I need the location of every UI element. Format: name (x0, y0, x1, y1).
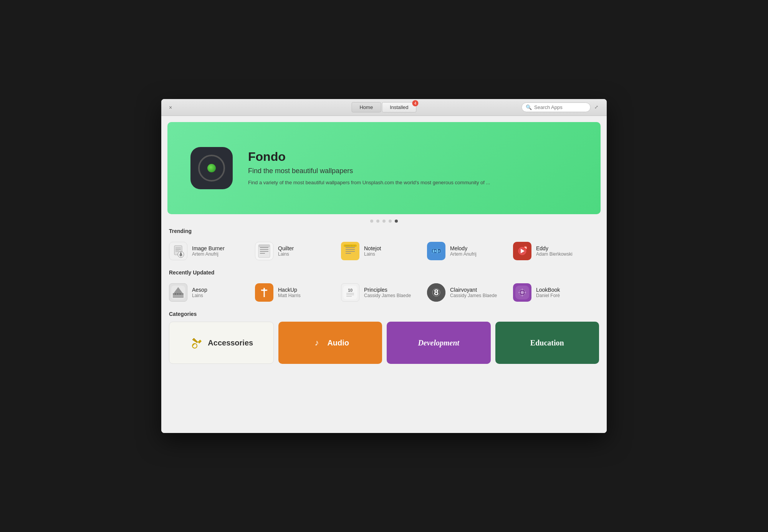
close-button[interactable]: × (167, 104, 174, 111)
app-info: LookBook Daniel Foré (536, 287, 560, 298)
list-item[interactable]: Eddy Adam Bieńkowski (513, 239, 599, 263)
svg-rect-25 (439, 250, 440, 252)
app-icon-eddy (513, 242, 531, 260)
app-icon-clairvoyant: 8 (427, 283, 445, 302)
hero-text: Fondo Find the most beautiful wallpapers… (248, 150, 490, 187)
app-author: Adam Bieńkowski (536, 251, 573, 257)
category-audio[interactable]: ♪ Audio (278, 322, 382, 364)
list-item[interactable]: Melody Artem Anufrij (427, 239, 513, 263)
svg-rect-33 (175, 293, 176, 295)
hero-app-name: Fondo (248, 150, 490, 164)
app-name: HackUp (278, 287, 301, 293)
categories-title: Categories (169, 311, 599, 317)
app-info: Quilter Lains (278, 245, 294, 257)
app-icon-hackup (255, 283, 273, 302)
app-icon-aesop (169, 283, 187, 302)
tab-home[interactable]: Home (351, 102, 381, 112)
app-info: Principles Cassidy James Blaede (364, 287, 411, 298)
svg-point-48 (521, 291, 524, 294)
svg-point-53 (192, 344, 197, 348)
app-window: × Home Installed 4 🔍 ⤢ Fond (161, 99, 607, 433)
app-icon-notejot: ##### P# J# (341, 242, 359, 260)
list-item[interactable]: 10 Principles Cassidy James Blaede (341, 280, 427, 305)
dot-3[interactable] (382, 220, 386, 223)
app-info: Notejot Lains (364, 245, 381, 257)
search-input[interactable] (534, 104, 588, 110)
svg-text:♪: ♪ (315, 338, 319, 347)
svg-rect-34 (177, 293, 178, 295)
main-content: Fondo Find the most beautiful wallpapers… (161, 116, 607, 433)
app-icon-lookbook (513, 283, 531, 302)
svg-text:##### P# J#: ##### P# J# (345, 245, 356, 247)
category-accessories-label: Accessories (208, 339, 253, 347)
search-box[interactable]: 🔍 (521, 102, 591, 112)
app-author: Lains (192, 293, 207, 298)
category-development[interactable]: Development (387, 322, 491, 364)
dot-4[interactable] (389, 220, 392, 223)
app-info: Aesop Lains (192, 287, 207, 298)
list-item[interactable]: Aesop Lains (169, 280, 255, 305)
category-development-label: Development (418, 339, 459, 347)
app-icon-principles: 10 (341, 283, 359, 302)
list-item[interactable]: ##### P# J# Notejot Lains (341, 239, 427, 263)
search-icon: 🔍 (526, 104, 532, 110)
svg-rect-24 (437, 249, 438, 253)
app-icon-melody (427, 242, 445, 260)
installed-badge: 4 (412, 100, 419, 106)
app-name: Image Burner (192, 245, 225, 251)
category-education[interactable]: Education (495, 322, 599, 364)
hero-description: Find a variety of the most beautiful wal… (248, 179, 490, 187)
svg-point-28 (523, 246, 527, 250)
trending-list: Image Burner Artem Anufrij (169, 239, 599, 263)
trending-section: Trending (161, 228, 607, 263)
app-info: HackUp Matt Harris (278, 287, 301, 298)
dot-5[interactable] (395, 220, 398, 223)
recently-updated-title: Recently Updated (169, 269, 599, 276)
carousel-dots (161, 220, 607, 223)
category-audio-label: Audio (327, 339, 349, 347)
app-name: Principles (364, 287, 411, 293)
app-info: Image Burner Artem Anufrij (192, 245, 225, 257)
svg-text:10: 10 (348, 288, 353, 292)
hero-tagline: Find the most beautiful wallpapers (248, 167, 490, 175)
dot-2[interactable] (376, 220, 379, 223)
svg-rect-12 (258, 245, 270, 247)
list-item[interactable]: 8 Clairvoyant Cassidy James Blaede (427, 280, 513, 305)
app-info: Melody Artem Anufrij (450, 245, 477, 257)
app-name: Aesop (192, 287, 207, 293)
titlebar: × Home Installed 4 🔍 ⤢ (161, 99, 607, 116)
hero-icon-ring (198, 155, 225, 182)
list-item[interactable]: HackUp Matt Harris (255, 280, 341, 305)
app-info: Clairvoyant Cassidy James Blaede (450, 287, 497, 298)
app-name: LookBook (536, 287, 560, 293)
app-info: Eddy Adam Bieńkowski (536, 245, 573, 257)
app-author: Lains (364, 251, 381, 257)
app-author: Matt Harris (278, 293, 301, 298)
app-name: Melody (450, 245, 477, 251)
recently-updated-list: Aesop Lains HackUp (169, 280, 599, 305)
recently-updated-section: Recently Updated (161, 269, 607, 305)
list-item[interactable]: Quilter Lains (255, 239, 341, 263)
category-accessories[interactable]: Accessories (169, 322, 274, 364)
app-name: Eddy (536, 245, 573, 251)
list-item[interactable]: Image Burner Artem Anufrij (169, 239, 255, 263)
dot-1[interactable] (370, 220, 373, 223)
categories-grid: Accessories ♪ Audio Development Educatio… (169, 322, 599, 364)
app-author: Cassidy James Blaede (364, 293, 411, 298)
app-author: Cassidy James Blaede (450, 293, 497, 298)
app-author: Artem Anufrij (192, 251, 225, 257)
trending-title: Trending (169, 228, 599, 234)
app-icon-quilter (255, 242, 273, 260)
svg-rect-31 (173, 295, 184, 298)
app-icon-image-burner (169, 242, 187, 260)
tab-installed[interactable]: Installed 4 (382, 102, 416, 112)
app-name: Quilter (278, 245, 294, 251)
list-item[interactable]: LookBook Daniel Foré (513, 280, 599, 305)
hero-banner[interactable]: Fondo Find the most beautiful wallpapers… (167, 122, 601, 214)
fullscreen-button[interactable]: ⤢ (594, 104, 601, 111)
svg-rect-35 (180, 293, 180, 295)
app-author: Lains (278, 251, 294, 257)
app-name: Clairvoyant (450, 287, 497, 293)
app-name: Notejot (364, 245, 381, 251)
hero-icon-dot (207, 164, 216, 172)
